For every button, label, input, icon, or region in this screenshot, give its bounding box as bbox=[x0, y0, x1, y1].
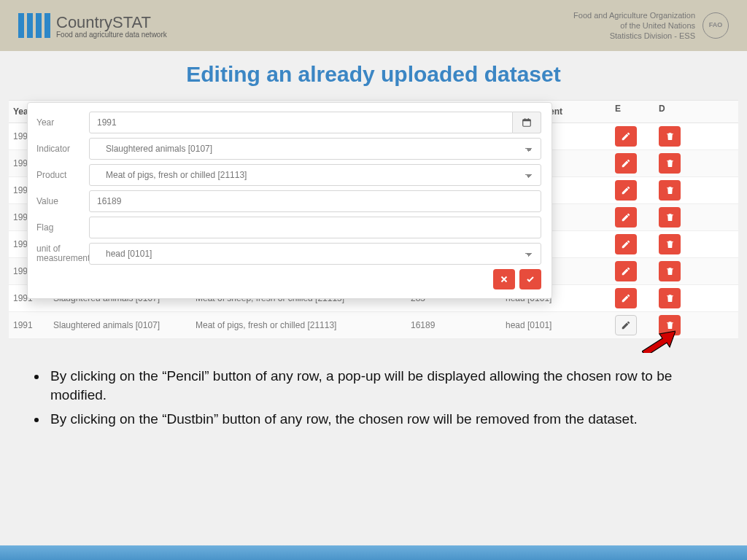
pencil-icon bbox=[621, 212, 631, 222]
footer-bar bbox=[0, 545, 747, 560]
trash-icon bbox=[665, 293, 675, 303]
edit-button[interactable] bbox=[615, 234, 637, 254]
edit-button[interactable] bbox=[615, 288, 637, 308]
org-line3: Statistics Division - ESS bbox=[573, 31, 695, 41]
trash-icon bbox=[665, 239, 675, 249]
pencil-icon bbox=[621, 293, 631, 303]
label-unit: unit of measurement bbox=[36, 244, 89, 263]
trash-icon bbox=[665, 266, 675, 276]
data-table: Year measurement E D 19910101]19910101]1… bbox=[9, 100, 738, 339]
delete-button[interactable] bbox=[659, 288, 681, 308]
value-input[interactable] bbox=[89, 190, 541, 212]
unit-select[interactable]: head [0101] bbox=[89, 243, 541, 265]
trash-icon bbox=[665, 131, 675, 141]
org-line2: of the United Nations bbox=[573, 20, 695, 31]
edit-button[interactable] bbox=[615, 153, 637, 174]
edit-button[interactable] bbox=[615, 126, 637, 147]
svg-rect-1 bbox=[523, 120, 531, 121]
col-delete: D bbox=[654, 101, 698, 122]
col-edit: E bbox=[611, 101, 654, 122]
brand-subtitle: Food and agriculture data network bbox=[56, 31, 167, 39]
edit-button[interactable] bbox=[615, 207, 637, 228]
year-input[interactable] bbox=[89, 112, 513, 133]
delete-button[interactable] bbox=[659, 261, 681, 281]
trash-icon bbox=[665, 212, 675, 222]
org-block: Food and Agriculture Organization of the… bbox=[573, 10, 729, 42]
svg-rect-3 bbox=[528, 118, 529, 120]
bullet-item: By clicking on the “Pencil” button of an… bbox=[47, 367, 711, 404]
flag-input[interactable] bbox=[89, 217, 541, 238]
pencil-icon bbox=[621, 185, 631, 195]
brand-title: CountrySTAT bbox=[56, 13, 167, 32]
cell-product: Meat of pigs, fresh or chilled [21113] bbox=[191, 314, 406, 336]
trash-icon bbox=[665, 185, 675, 195]
trash-icon bbox=[665, 158, 675, 168]
delete-button[interactable] bbox=[659, 126, 681, 147]
cancel-button[interactable] bbox=[493, 269, 515, 289]
table-row: 1991Slaughtered animals [0107]Meat of pi… bbox=[9, 312, 738, 339]
pencil-icon bbox=[621, 266, 631, 276]
delete-button[interactable] bbox=[659, 180, 681, 201]
label-value: Value bbox=[36, 196, 89, 206]
product-select[interactable]: Meat of pigs, fresh or chilled [21113] bbox=[89, 164, 541, 186]
edit-popup: Year Indicator Slaughtered animals [0107… bbox=[27, 102, 552, 299]
label-product: Product bbox=[36, 170, 89, 180]
delete-button[interactable] bbox=[659, 153, 681, 174]
pencil-icon bbox=[621, 239, 631, 249]
pencil-icon bbox=[621, 158, 631, 168]
delete-button[interactable] bbox=[659, 234, 681, 254]
bullet-item: By clicking on the “Dustbin” button of a… bbox=[47, 410, 711, 429]
brand-bars-icon bbox=[18, 13, 50, 38]
arrow-annotation-icon bbox=[642, 330, 676, 353]
indicator-select[interactable]: Slaughtered animals [0107] bbox=[89, 138, 541, 160]
svg-marker-4 bbox=[642, 331, 676, 353]
org-line1: Food and Agriculture Organization bbox=[573, 10, 695, 20]
trash-icon bbox=[665, 320, 675, 330]
pencil-icon bbox=[621, 320, 631, 330]
label-flag: Flag bbox=[36, 222, 89, 233]
calendar-button[interactable] bbox=[513, 112, 541, 133]
calendar-icon bbox=[522, 117, 532, 128]
brand: CountrySTAT Food and agriculture data ne… bbox=[18, 13, 167, 39]
label-indicator: Indicator bbox=[36, 144, 89, 154]
top-header: CountrySTAT Food and agriculture data ne… bbox=[0, 0, 747, 51]
close-icon bbox=[500, 275, 508, 284]
confirm-button[interactable] bbox=[519, 269, 541, 289]
page-title: Editing an already uploaded dataset bbox=[0, 62, 747, 87]
edit-button[interactable] bbox=[615, 180, 637, 201]
cell-indicator: Slaughtered animals [0107] bbox=[49, 314, 191, 336]
cell-value: 16189 bbox=[406, 314, 501, 336]
description-list: By clicking on the “Pencil” button of an… bbox=[47, 367, 711, 429]
pencil-icon bbox=[621, 131, 631, 141]
fao-logo-icon: FAO bbox=[703, 12, 729, 39]
label-year: Year bbox=[36, 117, 89, 128]
edit-button[interactable] bbox=[615, 315, 637, 335]
edit-button[interactable] bbox=[615, 261, 637, 281]
delete-button[interactable] bbox=[659, 207, 681, 228]
cell-year: 1991 bbox=[9, 314, 49, 336]
cell-unit: head [0101] bbox=[501, 314, 611, 336]
svg-rect-2 bbox=[525, 118, 525, 120]
check-icon bbox=[525, 275, 535, 284]
